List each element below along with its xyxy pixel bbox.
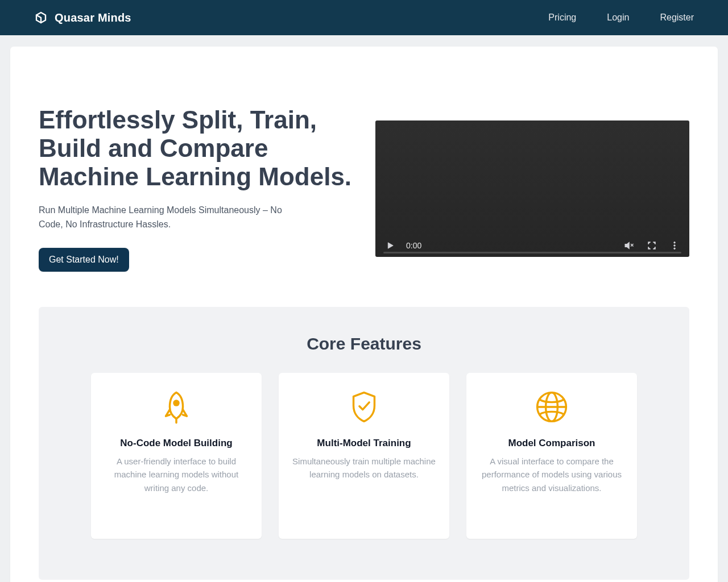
- feature-title: Multi-Model Training: [317, 438, 411, 449]
- svg-marker-2: [625, 243, 629, 249]
- logo-icon: [34, 11, 48, 24]
- topbar: Quasar Minds Pricing Login Register: [0, 0, 728, 35]
- video-progress-track[interactable]: [383, 252, 681, 253]
- feature-desc: A user-friendly interface to build machi…: [105, 455, 248, 494]
- hero-subtitle: Run Multiple Machine Learning Models Sim…: [39, 203, 300, 232]
- mute-icon[interactable]: [622, 239, 636, 252]
- video-time: 0:00: [406, 241, 421, 250]
- feature-title: No-Code Model Building: [120, 438, 232, 449]
- feature-cards: No-Code Model Building A user-friendly i…: [53, 373, 675, 539]
- play-icon[interactable]: [383, 239, 397, 252]
- feature-desc: Simultaneously train multiple machine le…: [292, 455, 436, 481]
- svg-marker-1: [388, 243, 393, 249]
- feature-desc: A visual interface to compare the perfor…: [480, 455, 623, 494]
- feature-card: Multi-Model Training Simultaneously trai…: [279, 373, 449, 539]
- svg-point-6: [674, 245, 676, 247]
- nav-register[interactable]: Register: [660, 13, 694, 23]
- hero: Effortlessly Split, Train, Build and Com…: [10, 67, 718, 276]
- svg-point-5: [674, 242, 676, 243]
- nav-pricing[interactable]: Pricing: [548, 13, 576, 23]
- page-sheet: Effortlessly Split, Train, Build and Com…: [10, 47, 718, 582]
- brand-name: Quasar Minds: [55, 11, 131, 24]
- rocket-icon: [160, 389, 192, 425]
- hero-left: Effortlessly Split, Train, Build and Com…: [39, 106, 353, 272]
- nav-login[interactable]: Login: [607, 13, 629, 23]
- feature-title: Model Comparison: [508, 438, 595, 449]
- globe-icon: [535, 389, 569, 425]
- hero-video[interactable]: 0:00: [375, 120, 689, 257]
- fullscreen-icon[interactable]: [645, 239, 659, 252]
- more-icon[interactable]: [668, 239, 681, 252]
- features-section: Core Features No-Code Model Building A u…: [39, 307, 689, 580]
- svg-point-7: [674, 248, 676, 250]
- hero-headline: Effortlessly Split, Train, Build and Com…: [39, 106, 353, 191]
- features-heading: Core Features: [53, 334, 675, 354]
- feature-card: No-Code Model Building A user-friendly i…: [91, 373, 262, 539]
- shield-check-icon: [348, 389, 380, 425]
- get-started-button[interactable]: Get Started Now!: [39, 248, 129, 272]
- primary-nav: Pricing Login Register: [548, 13, 694, 23]
- brand[interactable]: Quasar Minds: [34, 11, 131, 24]
- feature-card: Model Comparison A visual interface to c…: [466, 373, 637, 539]
- svg-point-8: [173, 400, 180, 406]
